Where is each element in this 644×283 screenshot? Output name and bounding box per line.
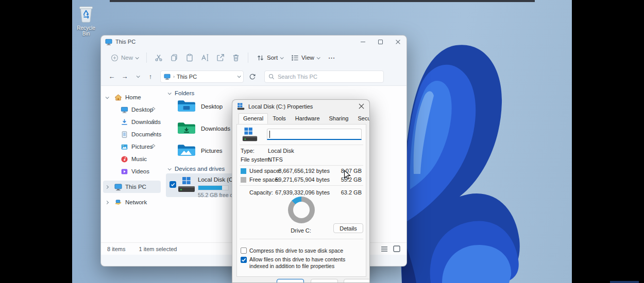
up-button[interactable]: ↑: [145, 71, 156, 82]
tab-general[interactable]: General: [239, 113, 268, 124]
close-button[interactable]: [389, 36, 406, 48]
address-bar: ← → ↑ › This PC: [101, 67, 406, 86]
sidebar-label: Videos: [131, 168, 149, 174]
local-disk-item[interactable]: Local Disk (C:) 55.2 GB free of: [166, 173, 234, 197]
devices-section-header[interactable]: Devices and drives: [168, 166, 225, 172]
folder-label: Pictures: [201, 148, 223, 154]
address-dropdown-icon[interactable]: [238, 74, 241, 78]
apply-button[interactable]: Apply: [344, 279, 370, 283]
drive-usage-bar: [198, 185, 229, 190]
this-pc-icon: [114, 183, 122, 191]
selection-checkbox[interactable]: [170, 181, 176, 188]
chevron-down-icon: [280, 56, 284, 59]
title-bar: This PC: [101, 36, 406, 48]
new-label: New: [121, 55, 133, 61]
dialog-close-button[interactable]: [358, 103, 365, 110]
this-pc-window-icon: [105, 39, 112, 45]
details-button[interactable]: Details: [333, 223, 363, 233]
recent-locations-button[interactable]: [132, 71, 143, 82]
tab-sharing[interactable]: Sharing: [325, 113, 353, 124]
rename-button[interactable]: [198, 50, 212, 65]
sidebar-item-videos[interactable]: Videos: [103, 165, 161, 178]
chevron-right-icon: [105, 185, 109, 188]
volume-drive-icon: [241, 127, 259, 143]
music-icon: [121, 155, 128, 163]
back-button[interactable]: ←: [106, 71, 117, 82]
capacity-label: Capacity:: [249, 189, 273, 196]
chevron-down-icon: [136, 74, 140, 78]
folder-tile-pictures[interactable]: Pictures: [177, 144, 223, 158]
dialog-title-bar: Local Disk (C:) Properties: [232, 100, 369, 113]
large-icons-view-icon[interactable]: [393, 245, 400, 252]
folder-tile-desktop[interactable]: Desktop: [177, 99, 223, 114]
view-button[interactable]: View: [287, 51, 323, 64]
paste-button[interactable]: [182, 50, 197, 65]
new-button[interactable]: New: [107, 51, 142, 64]
ok-button[interactable]: OK: [277, 279, 304, 283]
sidebar-item-pictures[interactable]: Pictures: [103, 140, 161, 153]
share-button[interactable]: [213, 50, 228, 65]
capacity-bytes: 67,939,332,096 bytes: [275, 189, 330, 196]
sidebar-item-desktop[interactable]: Desktop: [103, 103, 161, 116]
pin-icon: [150, 119, 156, 125]
folder-tile-downloads[interactable]: Downloads: [177, 121, 230, 136]
scissors-icon: [155, 54, 163, 62]
type-label: Type:: [241, 148, 255, 154]
search-input[interactable]: [278, 74, 380, 80]
sidebar-item-this-pc[interactable]: This PC: [103, 181, 161, 193]
minimize-button[interactable]: [354, 36, 371, 48]
refresh-button[interactable]: [247, 71, 258, 82]
maximize-button[interactable]: [371, 36, 389, 48]
index-checkbox[interactable]: [241, 257, 247, 263]
bottom-right-artifact: [610, 281, 639, 283]
sidebar-item-music[interactable]: Music: [103, 153, 161, 165]
sort-arrows-icon: [257, 54, 264, 62]
sidebar-label: Home: [125, 94, 141, 100]
used-space-swatch: [241, 168, 246, 174]
this-pc-crumb-icon: [164, 74, 171, 80]
address-box[interactable]: › This PC: [160, 70, 244, 83]
cut-button[interactable]: [151, 50, 166, 65]
sidebar-label: Documents: [131, 131, 161, 137]
cancel-button[interactable]: Cancel: [311, 279, 338, 283]
sidebar-item-home[interactable]: Home: [103, 91, 161, 103]
clipboard-icon: [185, 54, 194, 62]
chevron-right-icon: [105, 200, 109, 204]
recycle-bin-desktop-icon[interactable]: Recycle Bin: [73, 3, 99, 37]
type-value: Local Disk: [268, 148, 294, 154]
copy-button[interactable]: [167, 50, 181, 65]
used-space-bytes: 8,667,656,192 bytes: [278, 168, 330, 174]
desktop-icon: [121, 106, 128, 114]
sidebar-item-documents[interactable]: Documents: [103, 128, 161, 140]
drive-usage-fill: [198, 186, 222, 190]
copy-icon: [170, 54, 178, 62]
sidebar-item-network[interactable]: Network: [103, 196, 161, 208]
screen-top-edge: [110, 0, 535, 2]
home-icon: [114, 94, 122, 101]
refresh-icon: [249, 73, 256, 80]
folder-label: Desktop: [201, 103, 223, 110]
pictures-icon: [121, 143, 128, 151]
chevron-down-icon: [106, 95, 109, 99]
pictures-folder-icon: [177, 144, 196, 158]
folders-section-header[interactable]: Folders: [168, 90, 194, 96]
capacity-gb: 63.2 GB: [341, 189, 362, 196]
tab-hardware[interactable]: Hardware: [291, 113, 325, 124]
more-options-button[interactable]: ⋯: [324, 54, 340, 62]
free-space-swatch: [241, 177, 246, 183]
volume-label-input[interactable]: [267, 129, 362, 140]
forward-button[interactable]: →: [119, 71, 130, 82]
sort-button[interactable]: Sort: [253, 51, 286, 64]
delete-button[interactable]: [229, 50, 243, 65]
tab-tools[interactable]: Tools: [268, 113, 291, 124]
sidebar-label: Network: [125, 199, 147, 205]
sidebar-item-downloads[interactable]: Downloads: [103, 116, 161, 128]
tab-security[interactable]: Security: [353, 113, 370, 124]
chevron-down-icon: [168, 91, 172, 95]
share-icon: [216, 54, 225, 62]
sort-label: Sort: [267, 55, 278, 61]
compress-checkbox[interactable]: [241, 247, 247, 254]
details-view-icon[interactable]: [381, 246, 388, 252]
capacity-donut: [288, 197, 315, 223]
breadcrumb[interactable]: This PC: [177, 74, 197, 80]
